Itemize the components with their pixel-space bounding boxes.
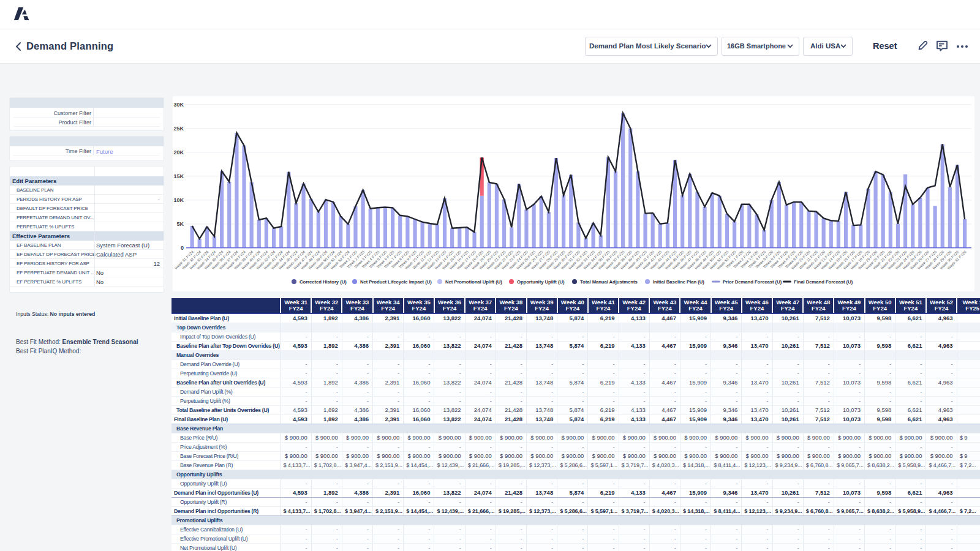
svg-text:0: 0 [181, 245, 184, 251]
svg-text:25K: 25K [173, 126, 184, 132]
svg-text:Net Product Lifecycle Impact (: Net Product Lifecycle Impact (U) [360, 279, 432, 285]
svg-text:Final Demand Forecast (U): Final Demand Forecast (U) [794, 279, 853, 285]
svg-text:15K: 15K [173, 173, 184, 179]
svg-text:Corrected History (U): Corrected History (U) [300, 279, 347, 285]
svg-text:Prior Demand Forecast (U): Prior Demand Forecast (U) [723, 279, 782, 285]
svg-text:Net Promotional Uplift (U): Net Promotional Uplift (U) [445, 279, 502, 285]
svg-text:Total Manual Adjustments: Total Manual Adjustments [580, 279, 638, 285]
svg-text:10K: 10K [173, 197, 184, 203]
svg-text:5K: 5K [176, 221, 184, 227]
svg-text:30K: 30K [173, 102, 184, 108]
svg-text:20K: 20K [173, 149, 184, 156]
svg-text:Opportunity Uplift (U): Opportunity Uplift (U) [517, 279, 565, 285]
svg-text:Initial Baseline Plan (U): Initial Baseline Plan (U) [653, 279, 704, 285]
